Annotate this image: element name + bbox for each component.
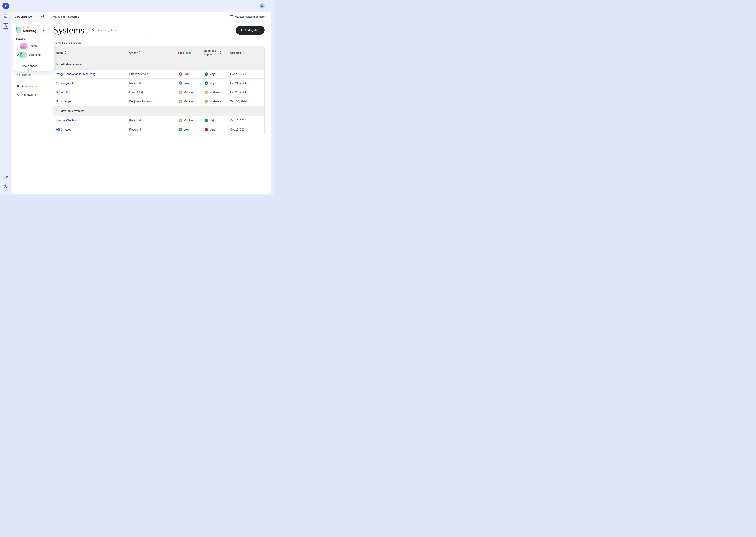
sidebar-header: Governance <box>11 12 47 22</box>
business-impact-badge: Major <box>204 119 230 122</box>
breadcrumb-current: Systems <box>68 15 79 19</box>
top-bar: K <box>0 0 274 12</box>
search-icon <box>92 28 95 32</box>
row-menu-button[interactable] <box>257 81 262 86</box>
chevron-down-icon <box>205 128 208 131</box>
space-option-general[interactable]: General <box>13 42 54 51</box>
create-space-label: Create space <box>21 64 37 68</box>
owner-cell: Robert Kim <box>129 119 178 122</box>
business-impact-badge: Major <box>204 72 230 76</box>
updated-cell: Oct 10, 2024 <box>230 119 255 122</box>
system-link[interactable]: Image Generation for Marketing <box>56 72 96 75</box>
system-link[interactable]: BrandScope <box>56 100 71 103</box>
info-icon[interactable] <box>4 184 8 189</box>
content-card: Governance Marketing / Systems <box>11 12 271 194</box>
dropdown-divider <box>13 61 54 61</box>
icon-rail <box>0 12 11 195</box>
equals-icon <box>205 91 208 94</box>
sidebar-item-automations[interactable]: Automations <box>11 83 47 90</box>
app-root: K <box>0 0 274 195</box>
equals-icon <box>205 100 208 103</box>
app-logo[interactable] <box>2 3 9 9</box>
search-box[interactable] <box>89 26 147 34</box>
table-row: HR ChatbotRobert KimLowMinorOct 12, 2024 <box>53 125 265 134</box>
sidebar-item-label: Automations <box>22 85 37 88</box>
sidebar-item-models[interactable]: Models <box>11 72 47 78</box>
main-header: Marketing / Systems Manage space members <box>47 12 271 22</box>
row-menu-button[interactable] <box>257 118 262 123</box>
group-header-view-only-systems[interactable]: View-only systems <box>53 106 265 116</box>
systems-table: NameOwnerRisk levelBusiness impactUpdate… <box>53 46 265 134</box>
spaces-dropdown-title: Spaces <box>16 37 51 40</box>
table-row: Intranet ChatbotRobert KimMediumMajorOct… <box>53 116 265 125</box>
lightning-logo-icon <box>4 4 8 8</box>
column-header-updated[interactable]: Updated <box>230 51 255 55</box>
system-link[interactable]: AdPath AI <box>56 91 68 94</box>
column-header-owner[interactable]: Owner <box>129 51 178 55</box>
models-icon <box>17 73 20 77</box>
updated-cell: Oct 12, 2024 <box>230 128 255 131</box>
sort-icon <box>220 51 221 55</box>
table-row: CampaignBotRobert KimLowMajorOct 24, 202… <box>53 78 265 88</box>
risk-bolt-icon <box>179 91 182 94</box>
business-impact-badge: Moderate <box>204 91 230 94</box>
system-link[interactable]: Intranet Chatbot <box>56 119 76 122</box>
plus-icon: + <box>16 64 19 68</box>
user-menu[interactable]: K <box>259 3 269 9</box>
table-header-row: NameOwnerRisk levelBusiness impactUpdate… <box>53 46 265 59</box>
column-header-business-impact[interactable]: Business impact <box>204 49 230 57</box>
space-option-label: Marketing <box>28 53 41 57</box>
space-option-marketing[interactable]: Marketing <box>13 51 54 59</box>
system-link[interactable]: HR Chatbot <box>56 128 71 131</box>
chevrons-up-icon <box>205 119 208 122</box>
table-row: AdPath AIOlivia ClarkMediumModerateOct 2… <box>53 88 265 97</box>
risk-level-badge: Low <box>178 81 204 85</box>
avatar[interactable]: K <box>259 3 265 9</box>
spaces-dropdown: Spaces GeneralMarketing + Create space <box>13 35 54 71</box>
column-header-name[interactable]: Name <box>53 51 129 55</box>
column-header-risk-level[interactable]: Risk level <box>178 51 204 55</box>
chevron-down-icon <box>266 4 269 8</box>
group-header-editable-systems[interactable]: Editable systems <box>53 59 265 69</box>
row-menu-button[interactable] <box>257 99 262 104</box>
business-impact-badge: Moderate <box>204 100 230 103</box>
sort-icon <box>139 51 141 55</box>
add-system-button[interactable]: + Add system <box>236 26 265 35</box>
risk-level-badge: High <box>178 72 204 76</box>
space-selector[interactable]: Space Marketing <box>16 26 45 33</box>
manage-space-members-label: Manage space members <box>235 15 265 19</box>
rail-bottom <box>4 175 8 189</box>
owner-cell: Robert Kim <box>129 82 178 85</box>
row-menu-button[interactable] <box>257 127 262 132</box>
collapse-sidebar-icon[interactable] <box>41 15 44 19</box>
risk-level-badge: Low <box>178 128 204 131</box>
result-count: Showing 5 of 5 Systems <box>53 41 265 44</box>
space-option-thumbnail <box>20 52 26 58</box>
tools-icon[interactable] <box>4 175 8 180</box>
table-body: Editable systemsImage Generation for Mar… <box>53 59 265 134</box>
updated-cell: Sep 30, 2024 <box>230 100 255 103</box>
add-system-label: Add system <box>244 28 260 32</box>
create-space-button[interactable]: + Create space <box>13 62 54 70</box>
rail-library-button[interactable] <box>3 14 8 20</box>
owner-cell: Erin Westervelt <box>129 72 178 76</box>
space-thumbnail <box>16 27 21 32</box>
row-menu-button[interactable] <box>257 90 262 95</box>
breadcrumb: Marketing / Systems <box>53 15 79 19</box>
book-icon <box>4 15 7 19</box>
system-link[interactable]: CampaignBot <box>56 82 73 85</box>
breadcrumb-parent[interactable]: Marketing <box>53 15 65 19</box>
table-row: BrandScopeBenjamin AndersonMediumModerat… <box>53 97 265 106</box>
sidebar-item-label: Models <box>22 73 31 77</box>
row-menu-button[interactable] <box>257 72 262 77</box>
sidebar-title: Governance <box>15 15 32 19</box>
rail-governance-button[interactable] <box>3 23 8 29</box>
updated-cell: Oct 24, 2024 <box>230 82 255 85</box>
search-input[interactable] <box>97 28 145 32</box>
chevron-down-icon <box>56 63 59 66</box>
updated-cell: Oct 25, 2024 <box>230 91 255 94</box>
risk-bolt-icon <box>179 100 182 103</box>
owner-cell: Robert Kim <box>129 128 178 131</box>
manage-space-members-button[interactable]: Manage space members <box>230 15 265 19</box>
sidebar-item-integrations[interactable]: Integrations <box>11 92 47 98</box>
